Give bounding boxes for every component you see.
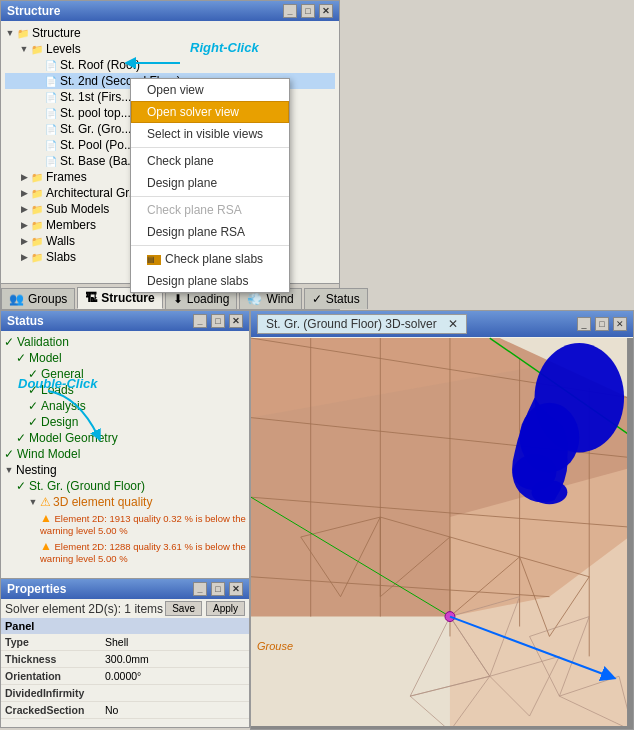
folder-icon: 📁 [31,204,43,215]
tree-label: St. pool top... [60,106,131,120]
prop-label: Thickness [1,651,101,668]
right-click-label: Right-Click [190,40,259,55]
expand-icon: ▶ [19,236,29,246]
st-warn1: ▲ Element 2D: 1913 quality 0.32 % is bel… [40,510,246,538]
prop-label: Orientation [1,668,101,685]
tree-label: St. Gr. (Gro... [60,122,131,136]
st-label: Model [29,351,62,365]
properties-title: Properties [7,582,66,596]
st-label: St. Gr. (Ground Floor) [29,479,145,493]
status-tree: ✓ Validation ✓ Model ✓ General ✓ Loads ✓… [1,331,249,571]
tree-label: Levels [46,42,81,56]
prop-subtitle-bar: Solver element 2D(s): 1 items Save Apply [1,599,249,618]
st-wind-model[interactable]: ✓ Wind Model [4,446,246,462]
check-icon: ✓ [16,351,26,365]
close-btn[interactable]: ✕ [229,582,243,596]
viewer-canvas[interactable]: Grouse [251,337,633,730]
prop-value[interactable]: Shell [101,634,249,651]
st-label: Validation [17,335,69,349]
expand-icon: ▶ [19,252,29,262]
expand-icon: ▼ [19,44,29,54]
st-3d-quality[interactable]: ▼ ⚠ 3D element quality [4,494,246,510]
ctx-open-view[interactable]: Open view [131,79,289,101]
tab-label: Loading [187,292,230,306]
double-click-annotation: Double-Click [18,376,97,391]
ctx-design-plane[interactable]: Design plane [131,172,289,194]
prop-value[interactable] [101,685,249,702]
ctx-check-plane-slabs[interactable]: ▤Check plane slabs [131,248,289,270]
close-btn[interactable]: ✕ [229,314,243,328]
expand-icon: ▶ [19,172,29,182]
svg-rect-36 [251,726,633,730]
prop-label: DividedInfirmity [1,685,101,702]
level-icon: 📄 [45,92,57,103]
folder-icon: 📁 [31,220,43,231]
st-validation[interactable]: ✓ Validation [4,334,246,350]
prop-label: CrackedSection [1,702,101,719]
viewer-controls: _ □ ✕ [577,317,627,331]
save-button[interactable]: Save [165,601,202,616]
st-model[interactable]: ✓ Model [4,350,246,366]
st-label: Nesting [16,463,57,477]
prop-row-thickness: Thickness 300.0mm [1,651,249,668]
viewer-panel: St. Gr. (Ground Floor) 3D-solver ✕ _ □ ✕ [250,310,634,730]
expand-icon: ▼ [28,497,38,507]
prop-action-btns: Save Apply [165,601,245,616]
tree-root[interactable]: ▼ 📁 Structure [5,25,335,41]
folder-icon: 📁 [31,172,43,183]
prop-table: Type Shell Thickness 300.0mm Orientation… [1,634,249,719]
ctx-design-plane-slabs[interactable]: Design plane slabs [131,270,289,292]
minimize-btn[interactable]: _ [193,314,207,328]
folder-icon: 📁 [31,236,43,247]
ctx-check-plane-rsa: Check plane RSA [131,199,289,221]
tree-label: St. Pool (Po... [60,138,134,152]
minimize-btn[interactable]: _ [283,4,297,18]
apply-button[interactable]: Apply [206,601,245,616]
float-btn[interactable]: □ [211,314,225,328]
wind-icon: 💨 [247,292,262,306]
right-click-arrow [125,48,185,78]
folder-icon: 📁 [31,252,43,263]
viewer-tab[interactable]: St. Gr. (Ground Floor) 3D-solver ✕ [257,314,467,334]
svg-rect-35 [627,338,633,730]
properties-titlebar: Properties _ □ ✕ [1,579,249,599]
double-click-arrow [38,386,118,446]
level-icon: 📄 [45,124,57,135]
viewer-svg [251,337,633,730]
tree-label: St. Base (Ba... [60,154,137,168]
prop-value[interactable]: 0.0000° [101,668,249,685]
triangle-icon: ▲ [40,539,52,553]
st-nesting[interactable]: ▼ Nesting [4,462,246,478]
minimize-btn[interactable]: _ [193,582,207,596]
tab-status[interactable]: ✓ Status [304,288,368,309]
float-btn[interactable]: □ [301,4,315,18]
triangle-icon: ▲ [40,567,52,571]
close-btn[interactable]: ✕ [613,317,627,331]
prop-value[interactable]: 300.0mm [101,651,249,668]
st-warn2: ▲ Element 2D: 1288 quality 3.61 % is bel… [40,538,246,566]
structure-icon: 🏗 [85,291,97,305]
minimize-btn[interactable]: _ [577,317,591,331]
ctx-open-solver-view[interactable]: Open solver view [131,101,289,123]
prop-subtitle-text: Solver element 2D(s): 1 items [5,602,163,616]
expand-icon: ▶ [19,220,29,230]
expand-icon: ▶ [19,204,29,214]
ctx-select-visible[interactable]: Select in visible views [131,123,289,145]
level-icon: 📄 [45,108,57,119]
prop-value[interactable]: No [101,702,249,719]
ctx-design-plane-rsa[interactable]: Design plane RSA [131,221,289,243]
viewer-tab-label: St. Gr. (Ground Floor) 3D-solver [266,317,437,331]
status-titlebar: Status _ □ ✕ [1,311,249,331]
st-label: 3D element quality [53,495,152,509]
st-ground-floor[interactable]: ✓ St. Gr. (Ground Floor) [4,478,246,494]
ctx-check-plane[interactable]: Check plane [131,150,289,172]
close-btn[interactable]: ✕ [319,4,333,18]
float-btn[interactable]: □ [595,317,609,331]
viewer-close-icon[interactable]: ✕ [448,317,458,331]
check-icon: ✓ [16,479,26,493]
prop-row-type: Type Shell [1,634,249,651]
viewer-titlebar: St. Gr. (Ground Floor) 3D-solver ✕ _ □ ✕ [251,311,633,337]
float-btn[interactable]: □ [211,582,225,596]
status-controls: _ □ ✕ [193,314,243,328]
tab-groups[interactable]: 👥 Groups [1,288,75,309]
